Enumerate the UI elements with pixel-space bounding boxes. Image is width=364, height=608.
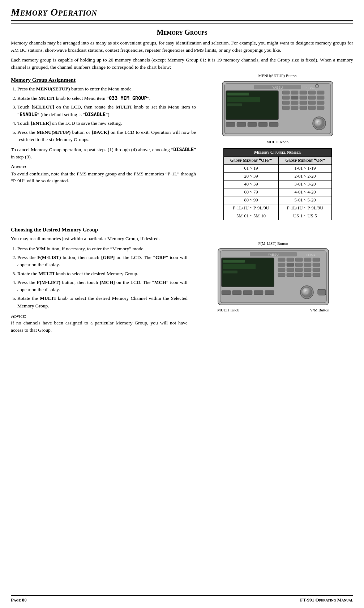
svg-rect-28	[317, 106, 324, 110]
svg-rect-56	[304, 263, 311, 267]
radio-image-1: YAESU FT-991	[222, 81, 334, 137]
svg-rect-51	[304, 258, 311, 262]
step3-disable: DISABLE	[85, 111, 106, 117]
step-2: Rotate the MULTI knob to select Menu ite…	[17, 94, 196, 102]
cs1-vm: V/M	[36, 246, 46, 251]
choose-step-2: Press the F(M-LIST) button, then touch […	[17, 254, 188, 269]
svg-rect-33	[269, 122, 278, 127]
cs4-mch: [MCH]	[100, 280, 115, 285]
table-title: Memory Channel Number	[223, 149, 331, 157]
choose-step-1: Press the V/M button, if necessary, to e…	[17, 245, 188, 252]
svg-rect-66	[304, 273, 311, 277]
assignment-title: Memory Group Assignment	[11, 77, 196, 83]
svg-rect-71	[254, 290, 263, 295]
choosing-advice-label: Advice:	[11, 313, 26, 319]
cs2-grp: [GRP]	[101, 255, 115, 260]
table-row: 40 ~ 59 3-01 ~ 3-20	[223, 180, 331, 188]
radio-image-2: YAESU FT-991	[217, 248, 329, 306]
svg-rect-57	[313, 263, 320, 267]
col1-header: Group Memory “OFF”	[223, 157, 279, 165]
cs5-multi: MULTI	[40, 296, 56, 301]
svg-rect-76	[318, 289, 326, 295]
svg-rect-26	[300, 106, 307, 110]
choosing-col-left: Choosing the Desired Memory Group You ma…	[11, 223, 188, 336]
multi-knob-annotation-2: MULTI Knob	[217, 308, 239, 312]
fmlist-annotation: F(M-LIST) Button	[258, 241, 288, 246]
svg-rect-7	[227, 97, 260, 102]
advice-block: Advice: To avoid confusion, note that th…	[11, 163, 196, 184]
svg-rect-11	[300, 91, 307, 94]
svg-rect-25	[291, 106, 298, 110]
choosing-steps: Press the V/M button, if necessary, to e…	[17, 245, 188, 310]
svg-rect-13	[317, 91, 324, 94]
svg-rect-31	[248, 122, 257, 127]
svg-text:FT-991: FT-991	[305, 86, 315, 89]
svg-rect-60	[295, 268, 303, 272]
svg-rect-19	[282, 101, 290, 105]
svg-rect-23	[317, 101, 324, 105]
assignment-steps: Press the MENU(SETUP) button to enter th…	[17, 85, 196, 143]
step3-select: [SELECT]	[31, 104, 54, 110]
svg-rect-17	[308, 96, 316, 99]
step-5: Press the MENU(SETUP) button or [BACK] o…	[17, 129, 196, 144]
menu-button-annotation: MENU(SETUP) Button	[258, 73, 297, 78]
svg-rect-67	[313, 273, 320, 277]
section-heading: Memory Groups	[11, 28, 353, 37]
svg-rect-15	[291, 96, 298, 99]
cs3-multi: MULTI	[38, 271, 55, 276]
svg-rect-21	[300, 101, 307, 105]
svg-rect-9	[282, 91, 290, 94]
memory-channel-table: Memory Channel Number Group Memory “OFF”…	[223, 148, 332, 220]
table-row: 60 ~ 79 4-01 ~ 4-20	[223, 188, 331, 196]
step2-code: 033 MEM GROUP	[109, 95, 147, 101]
page-title-text: Memory Operation	[11, 7, 97, 18]
footer-page-number: Page 80	[11, 597, 27, 603]
intro-p2: Each memory group is capable of holding …	[11, 56, 353, 71]
choosing-title: Choosing the Desired Memory Group	[11, 227, 188, 233]
svg-text:YAESU: YAESU	[268, 253, 279, 256]
step5-menu: MENU(SETUP)	[37, 129, 71, 135]
svg-rect-32	[258, 122, 267, 127]
table-row: 5M-01 ~ 5M-10 US-1 ~ US-5	[223, 212, 331, 220]
svg-rect-8	[227, 103, 242, 106]
divider	[11, 24, 353, 24]
step-4: Touch [ENTER] on the LCD to save the new…	[17, 120, 196, 127]
step-3: Touch [SELECT] on the LCD, then rotate t…	[17, 103, 196, 119]
svg-rect-24	[282, 106, 290, 110]
svg-rect-58	[278, 268, 285, 272]
svg-rect-68	[222, 290, 231, 295]
cs2-grp-icon: GRP	[155, 255, 166, 260]
table-row: P-1L/1U ~ P-9L/9U P-1L/1U ~ P-9L/9U	[223, 204, 331, 212]
step3-enable: ENABLE	[20, 111, 37, 117]
choosing-advice-text: If no channels have been assigned to a p…	[11, 320, 188, 333]
svg-rect-14	[282, 96, 290, 99]
svg-rect-54	[287, 263, 294, 267]
assignment-col-left: Memory Group Assignment Press the MENU(S…	[11, 73, 196, 187]
svg-rect-72	[265, 290, 274, 295]
svg-rect-29	[226, 122, 235, 127]
svg-text:FT-991: FT-991	[306, 253, 315, 256]
svg-rect-48	[278, 258, 285, 262]
svg-rect-47	[223, 271, 237, 273]
choose-step-5: Rotate the MULTI knob to select the desi…	[17, 295, 188, 310]
vm-button-annotation: V/M Button	[310, 308, 329, 312]
page-title: Memory Operation	[11, 7, 353, 21]
table-row: 20 ~ 39 2-01 ~ 2-20	[223, 173, 331, 180]
step2-bold: MULTI	[38, 95, 55, 101]
cs4-mch-icon: MCH	[154, 280, 166, 285]
memory-group-assignment-section: Memory Group Assignment Press the MENU(S…	[11, 73, 353, 220]
svg-rect-52	[313, 258, 320, 262]
svg-rect-70	[243, 290, 252, 295]
cs4-fmlist: F(M-LIST)	[37, 280, 60, 285]
footer-manual-title: FT-991 Operating Manual	[300, 597, 353, 603]
choose-step-3: Rotate the MULTI knob to select the desi…	[17, 270, 188, 277]
svg-rect-12	[308, 91, 316, 94]
advice-label: Advice:	[11, 164, 26, 169]
svg-rect-45	[223, 260, 245, 263]
svg-point-37	[315, 84, 319, 88]
svg-rect-69	[232, 290, 241, 295]
svg-rect-65	[295, 273, 303, 277]
svg-rect-59	[287, 268, 294, 272]
svg-rect-22	[308, 101, 316, 105]
step3-multi: MULTI	[116, 104, 132, 110]
